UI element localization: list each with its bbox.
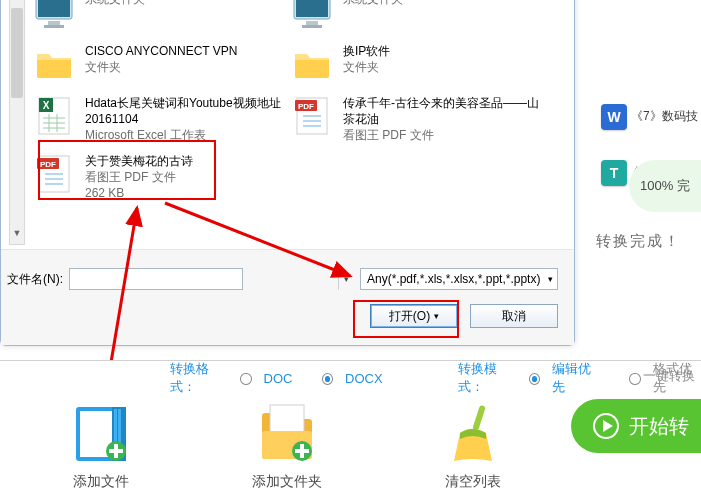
add-folder-label: 添加文件夹 (244, 473, 330, 491)
file-type: 看图王 PDF 文件 (343, 127, 541, 143)
file-name: 换IP软件 (343, 43, 390, 59)
file-item-texts: Hdata长尾关键词和Youtube视频地址20161104Microsoft … (85, 95, 283, 143)
file-item-texts: 关于赞美梅花的古诗看图王 PDF 文件262 KB (85, 153, 193, 201)
file-item[interactable]: 系统文件夹 (29, 0, 287, 39)
cancel-button[interactable]: 取消 (470, 304, 558, 328)
mode-label: 转换模式： (458, 360, 518, 396)
file-type: 系统文件夹 (343, 0, 403, 7)
radio-docx[interactable] (322, 373, 333, 385)
filename-label: 文件名(N): (7, 271, 63, 288)
file-item-texts: 系统文件夹 (85, 0, 145, 7)
file-item[interactable]: 系统文件夹 (287, 0, 545, 39)
svg-rect-5 (296, 0, 328, 17)
file-item[interactable]: CISCO ANYCONNECT VPN文件夹 (29, 39, 287, 91)
open-button[interactable]: 打开(O) ▾ (370, 304, 458, 328)
clear-list-label: 清空列表 (430, 473, 516, 491)
folder-icon (291, 43, 333, 85)
radio-edit[interactable] (529, 373, 540, 385)
format-label: 转换格式： (170, 360, 230, 396)
word-badge-label: 《7》数码技 (631, 108, 701, 125)
file-item[interactable]: PDF关于赞美梅花的古诗看图王 PDF 文件262 KB (29, 149, 287, 207)
svg-rect-1 (38, 0, 70, 17)
xlsx-icon: X (33, 95, 75, 137)
add-file-button[interactable]: 添加文件 (58, 401, 144, 491)
file-type: Microsoft Excel 工作表 (85, 127, 283, 143)
add-folder-icon (254, 401, 320, 467)
svg-rect-6 (306, 21, 318, 25)
file-item-texts: 换IP软件文件夹 (343, 43, 390, 75)
radio-doc[interactable] (240, 373, 251, 385)
text-badge-icon: T (601, 160, 627, 186)
radio-docx-label[interactable]: DOCX (345, 371, 383, 386)
scroll-thumb[interactable] (11, 8, 23, 98)
svg-rect-3 (44, 25, 64, 28)
start-label: 开始转 (629, 413, 689, 440)
file-list-scrollbar[interactable]: ▲ ▼ (9, 0, 25, 245)
monitor-icon (291, 0, 333, 33)
file-item-texts: 系统文件夹 (343, 0, 403, 7)
pdf-icon: PDF (291, 95, 333, 137)
add-file-label: 添加文件 (58, 473, 144, 491)
file-name: Hdata长尾关键词和Youtube视频地址20161104 (85, 95, 283, 127)
svg-rect-7 (302, 25, 322, 28)
file-name: 传承千年-古往今来的美容圣品——山茶花油 (343, 95, 541, 127)
folder-icon (33, 43, 75, 85)
svg-rect-37 (109, 449, 123, 453)
radio-edit-label[interactable]: 编辑优先 (552, 360, 600, 396)
chevron-down-icon: ▾ (548, 274, 553, 284)
file-item[interactable]: PDF传承千年-古往今来的美容圣品——山茶花油看图王 PDF 文件 (287, 91, 545, 149)
progress-bubble: 100% 完 (629, 160, 701, 212)
svg-rect-40 (270, 405, 304, 435)
file-item-texts: 传承千年-古往今来的美容圣品——山茶花油看图王 PDF 文件 (343, 95, 541, 143)
scroll-up-icon[interactable]: ▲ (10, 0, 24, 4)
file-name: 关于赞美梅花的古诗 (85, 153, 193, 169)
svg-text:PDF: PDF (40, 160, 56, 169)
svg-text:X: X (43, 100, 50, 111)
add-folder-button[interactable]: 添加文件夹 (244, 401, 330, 491)
file-open-dialog: ▲ ▼ 系统文件夹系统文件夹CISCO ANYCONNECT VPN文件夹换IP… (0, 0, 575, 346)
scroll-down-icon[interactable]: ▼ (10, 228, 24, 244)
play-icon (593, 413, 619, 439)
svg-rect-44 (295, 449, 309, 453)
filename-input[interactable] (69, 268, 243, 290)
monitor-icon (33, 0, 75, 33)
file-type: 看图王 PDF 文件 (85, 169, 193, 185)
file-item[interactable]: 换IP软件文件夹 (287, 39, 545, 91)
chevron-down-icon: ▾ (434, 311, 439, 321)
file-type: 文件夹 (85, 59, 237, 75)
filetype-text: Any(*.pdf,*.xls,*.xlsx,*.ppt,*.pptx) (367, 272, 540, 286)
file-name: CISCO ANYCONNECT VPN (85, 43, 237, 59)
progress-text: 100% 完 (640, 177, 690, 195)
file-type: 系统文件夹 (85, 0, 145, 7)
pdf-icon: PDF (33, 153, 75, 195)
conversion-done-label: 转换完成！ (596, 232, 681, 251)
svg-rect-45 (472, 405, 486, 432)
oneclick-label: 一键转换 (643, 367, 695, 385)
file-list: 系统文件夹系统文件夹CISCO ANYCONNECT VPN文件夹换IP软件文件… (29, 0, 558, 245)
broom-icon (440, 401, 506, 467)
filetype-combo[interactable]: Any(*.pdf,*.xls,*.xlsx,*.ppt,*.pptx) ▾ (360, 268, 558, 290)
file-item[interactable]: XHdata长尾关键词和Youtube视频地址20161104Microsoft… (29, 91, 287, 149)
svg-rect-2 (48, 21, 60, 25)
file-type: 文件夹 (343, 59, 390, 75)
app-toolbar: 转换格式： DOC DOCX 转换模式： 编辑优先 格式优先 一键转换 添加文件… (0, 360, 701, 502)
clear-list-button[interactable]: 清空列表 (430, 401, 516, 491)
word-badge-icon: W (601, 104, 627, 130)
dialog-footer: 文件名(N): ▾ Any(*.pdf,*.xls,*.xlsx,*.ppt,*… (1, 249, 574, 345)
svg-text:PDF: PDF (298, 102, 314, 111)
radio-doc-label[interactable]: DOC (264, 371, 293, 386)
file-item-texts: CISCO ANYCONNECT VPN文件夹 (85, 43, 237, 75)
add-file-icon (68, 401, 134, 467)
file-size: 262 KB (85, 185, 193, 201)
options-row: 转换格式： DOC DOCX 转换模式： 编辑优先 格式优先 (0, 361, 701, 395)
radio-layout[interactable] (629, 373, 640, 385)
start-convert-button[interactable]: 开始转 (571, 399, 701, 453)
filename-dropdown-icon[interactable]: ▾ (338, 268, 354, 290)
